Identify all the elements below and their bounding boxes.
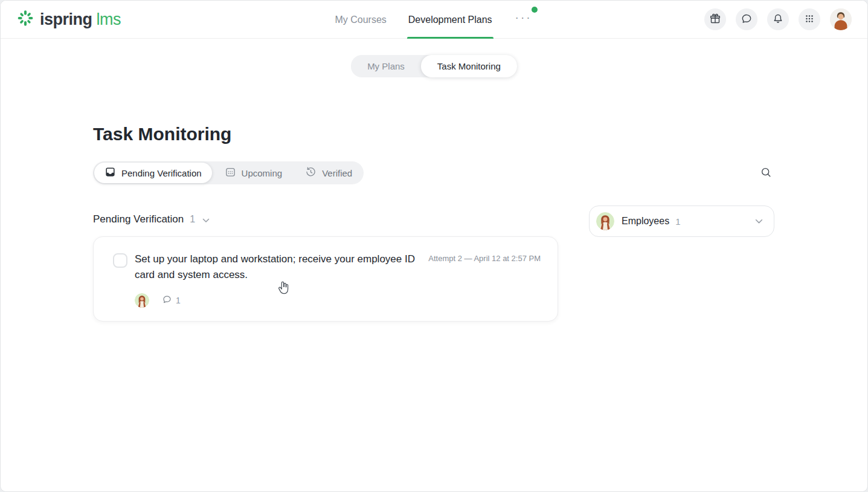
brand-logo[interactable]: ispring lms xyxy=(16,9,121,30)
ellipsis-icon: ··· xyxy=(515,11,532,24)
comments-button[interactable]: 1 xyxy=(162,294,181,306)
filter-row: Pending Verification Upcoming xyxy=(93,161,774,184)
user-avatar[interactable] xyxy=(830,8,852,30)
task-card[interactable]: Set up your laptop and workstation; rece… xyxy=(93,236,558,322)
assignee-avatar[interactable] xyxy=(135,293,149,308)
task-checkbox[interactable] xyxy=(113,253,127,268)
task-card-top: Set up your laptop and workstation; rece… xyxy=(113,251,541,283)
section-count: 1 xyxy=(190,214,195,225)
search-icon xyxy=(760,166,772,180)
filter-label: Verified xyxy=(322,168,352,178)
brand-burst-icon xyxy=(16,9,34,30)
tab-task-monitoring[interactable]: Task Monitoring xyxy=(421,55,517,77)
filter-label: Pending Verification xyxy=(121,168,202,178)
chevron-down-icon xyxy=(755,216,763,227)
app-window: ispring lms My Courses Development Plans… xyxy=(0,0,868,492)
employees-dropdown[interactable]: Employees 1 xyxy=(589,206,774,237)
apps-button[interactable] xyxy=(799,8,820,30)
messages-button[interactable] xyxy=(736,8,757,30)
chat-icon xyxy=(741,13,753,27)
calendar-icon xyxy=(225,166,236,180)
gift-button[interactable] xyxy=(704,8,726,30)
view-switcher: My Plans Task Monitoring xyxy=(351,55,517,77)
nav-development-plans[interactable]: Development Plans xyxy=(407,1,493,39)
filter-label: Upcoming xyxy=(242,168,283,178)
top-bar: ispring lms My Courses Development Plans… xyxy=(1,1,867,39)
task-attempt-info: Attempt 2 — April 12 at 2:57 PM xyxy=(428,251,541,263)
notifications-button[interactable] xyxy=(767,8,789,30)
main-nav: My Courses Development Plans ··· xyxy=(333,1,534,39)
bell-icon xyxy=(772,13,784,27)
view-switcher-row: My Plans Task Monitoring xyxy=(1,55,867,77)
tab-my-plans[interactable]: My Plans xyxy=(351,55,421,77)
employee-avatar xyxy=(596,212,614,230)
filter-upcoming[interactable]: Upcoming xyxy=(213,161,294,184)
inbox-icon xyxy=(104,166,116,180)
chevron-down-icon xyxy=(202,215,210,225)
comment-icon xyxy=(162,294,172,306)
section-title: Pending Verification xyxy=(93,213,184,225)
brand-name-secondary: lms xyxy=(97,10,121,29)
filter-tabs: Pending Verification Upcoming xyxy=(93,161,364,184)
filter-verified[interactable]: Verified xyxy=(294,161,364,184)
page-title: Task Monitoring xyxy=(93,124,774,144)
apps-grid-icon xyxy=(804,13,815,26)
nav-more-button[interactable]: ··· xyxy=(513,10,535,30)
history-icon xyxy=(305,166,317,180)
filter-pending-verification[interactable]: Pending Verification xyxy=(94,163,212,183)
brand-wordmark: ispring lms xyxy=(40,10,121,29)
employees-label: Employees xyxy=(622,216,669,227)
brand-name-primary: ispring xyxy=(40,10,92,29)
nav-my-courses[interactable]: My Courses xyxy=(333,1,387,39)
gift-icon xyxy=(709,13,721,27)
notification-dot xyxy=(532,7,538,13)
section-header[interactable]: Pending Verification 1 xyxy=(93,213,210,225)
comment-count: 1 xyxy=(176,296,181,305)
header-actions xyxy=(704,8,852,30)
task-text[interactable]: Set up your laptop and workstation; rece… xyxy=(135,251,426,283)
employees-count: 1 xyxy=(675,216,680,227)
search-button[interactable] xyxy=(757,164,774,183)
task-card-meta: 1 xyxy=(135,293,541,308)
